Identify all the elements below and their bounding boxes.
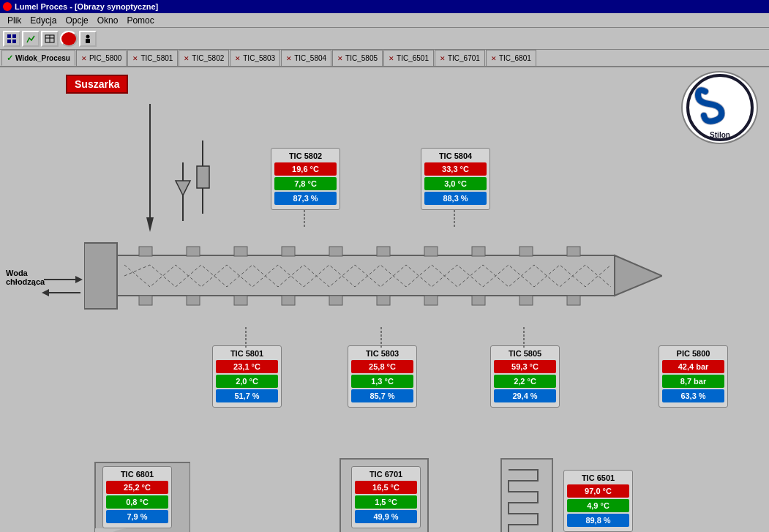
svg-rect-1 — [12, 34, 16, 38]
tic6501-value-red: 97,0 °C — [567, 484, 629, 498]
toolbar-btn-grid[interactable] — [3, 31, 20, 47]
tab-label-tic5803: TIC_5803 — [243, 54, 275, 62]
tic5802-value-red: 19,6 °C — [274, 162, 337, 176]
tab-close-icon[interactable]: ✕ — [440, 55, 446, 62]
instrument-tic5804[interactable]: TIC 5804 33,3 °C 3,0 °C 88,3 % — [421, 148, 490, 210]
instrument-tic6801[interactable]: TIC 6801 25,2 °C 0,8 °C 7,9 % — [102, 466, 172, 528]
toolbar-btn-person[interactable] — [79, 31, 97, 47]
instrument-tic6501[interactable]: TIC 6501 97,0 °C 4,9 °C 89,8 % — [563, 470, 633, 532]
tab-tic6801[interactable]: ✕ TIC_6801 — [486, 50, 536, 66]
main-content: Suszarka Woda chłodząca — [0, 67, 769, 532]
svg-rect-29 — [187, 296, 200, 305]
tab-pic5800[interactable]: ✕ PIC_5800 — [76, 50, 127, 66]
tic6801-title: TIC 6801 — [106, 470, 168, 479]
pic5800-value-green: 8,7 bar — [662, 375, 724, 388]
tab-tic5801[interactable]: ✕ TIC_5801 — [127, 50, 178, 66]
tic5805-title: TIC 5805 — [494, 349, 556, 358]
tab-tic5805[interactable]: ✕ TIC_5805 — [332, 50, 383, 66]
instrument-pic5800[interactable]: PIC 5800 42,4 bar 8,7 bar 63,3 % — [659, 345, 728, 408]
tic6701-value-green: 1,5 °C — [355, 495, 417, 509]
stilon-logo-svg: Stilon — [683, 73, 757, 143]
tab-tic5803[interactable]: ✕ TIC_5803 — [230, 50, 280, 66]
toolbar-btn-table[interactable] — [41, 31, 59, 47]
tic5801-value-green: 2,0 °C — [216, 375, 278, 388]
instrument-tic5803[interactable]: TIC 5803 25,8 °C 1,3 °C 85,7 % — [348, 345, 417, 408]
svg-marker-14 — [42, 289, 49, 296]
tab-close-icon[interactable]: ✕ — [132, 55, 138, 62]
tab-close-icon[interactable]: ✕ — [389, 55, 394, 62]
tab-label-tic5801: TIC_5801 — [140, 54, 173, 62]
toolbar — [0, 28, 769, 50]
svg-rect-27 — [567, 247, 580, 256]
svg-rect-20 — [234, 247, 247, 256]
svg-rect-37 — [567, 296, 580, 305]
tab-check-icon: ✓ — [7, 53, 13, 63]
machine-drawing — [84, 225, 662, 331]
instrument-tic5802[interactable]: TIC 5802 19,6 °C 7,8 °C 87,3 % — [271, 148, 340, 210]
svg-marker-12 — [75, 276, 83, 283]
menu-plik[interactable]: Plik — [3, 15, 26, 26]
tic6501-block: TIC 6501 97,0 °C 4,9 °C 89,8 % — [498, 455, 659, 532]
tab-close-icon[interactable]: ✕ — [286, 55, 292, 62]
tic6701-title: TIC 6701 — [355, 470, 417, 479]
tab-label-tic6501: TIC_6501 — [397, 54, 429, 62]
woda-label: Woda chłodząca — [6, 269, 45, 286]
svg-rect-21 — [282, 247, 295, 256]
tab-close-icon[interactable]: ✕ — [491, 55, 497, 62]
tab-close-icon[interactable]: ✕ — [235, 55, 241, 62]
menu-pomoc[interactable]: Pomoc — [122, 15, 158, 26]
svg-rect-16 — [117, 255, 615, 296]
tic5802-title: TIC 5802 — [274, 151, 337, 160]
tic5802-connector — [304, 210, 305, 228]
tic5805-value-blue: 29,4 % — [494, 389, 556, 402]
tab-widok-procesu[interactable]: ✓ Widok_Procesu — [1, 50, 75, 66]
tic6801-value-green: 0,8 °C — [106, 495, 168, 509]
tic6501-shape — [498, 455, 556, 532]
tic6501-value-blue: 89,8 % — [567, 514, 629, 527]
tab-tic5804[interactable]: ✕ TIC_5804 — [281, 50, 331, 66]
pic5800-value-blue: 63,3 % — [662, 389, 724, 402]
tic5804-value-red: 33,3 °C — [424, 162, 487, 176]
tab-tic5802[interactable]: ✕ TIC_5802 — [179, 50, 229, 66]
tab-label-pic5800: PIC_5800 — [89, 54, 121, 62]
tab-close-icon[interactable]: ✕ — [337, 55, 343, 62]
toolbar-btn-chart[interactable] — [22, 31, 40, 47]
tab-label-tic6701: TIC_6701 — [448, 54, 480, 62]
svg-rect-15 — [84, 243, 117, 309]
svg-rect-36 — [519, 296, 533, 305]
tic6501-value-green: 4,9 °C — [567, 499, 629, 512]
tic6701-block: M TIC 6701 16,5 °C 1,5 °C 49,9 % — [337, 455, 439, 532]
svg-rect-3 — [12, 40, 16, 43]
menu-okno[interactable]: Okno — [93, 15, 123, 26]
menu-edycja[interactable]: Edycja — [26, 15, 61, 26]
svg-rect-22 — [329, 247, 342, 256]
tab-tic6501[interactable]: ✕ TIC_6501 — [383, 50, 434, 66]
tab-tic6701[interactable]: ✕ TIC_6701 — [435, 50, 485, 66]
svg-rect-35 — [472, 296, 485, 305]
instrument-tic5805[interactable]: TIC 5805 59,3 °C 2,2 °C 29,4 % — [490, 345, 560, 408]
tic6801-block: TIC 6801 25,2 °C 0,8 °C 7,9 % — [88, 455, 190, 532]
tic5804-connector — [454, 210, 455, 228]
window-title: Lumel Proces - [Obrazy synoptyczne] — [15, 2, 158, 11]
tic5804-value-green: 3,0 °C — [424, 177, 487, 190]
filter-symbol — [194, 141, 212, 214]
instrument-tic5801[interactable]: TIC 5801 23,1 °C 2,0 °C 51,7 % — [212, 345, 282, 408]
svg-rect-23 — [377, 247, 390, 256]
svg-rect-32 — [329, 296, 342, 305]
svg-rect-31 — [282, 296, 295, 305]
svg-rect-34 — [424, 296, 438, 305]
svg-rect-2 — [7, 40, 11, 43]
tabs-bar: ✓ Widok_Procesu ✕ PIC_5800 ✕ TIC_5801 ✕ … — [0, 50, 769, 67]
toolbar-btn-red[interactable] — [60, 31, 78, 47]
tic6801-value-blue: 7,9 % — [106, 510, 168, 523]
menu-opcje[interactable]: Opcje — [61, 15, 92, 26]
tab-close-icon[interactable]: ✕ — [81, 55, 87, 62]
instrument-tic6701[interactable]: TIC 6701 16,5 °C 1,5 °C 49,9 % — [351, 466, 421, 528]
svg-point-7 — [86, 34, 90, 38]
tic6701-value-red: 16,5 °C — [355, 481, 417, 494]
tic5801-connector — [245, 327, 247, 348]
tic5802-value-blue: 87,3 % — [274, 192, 337, 205]
tic5803-value-green: 1,3 °C — [351, 375, 413, 388]
tic5803-connector — [380, 327, 382, 348]
tab-close-icon[interactable]: ✕ — [184, 55, 190, 62]
